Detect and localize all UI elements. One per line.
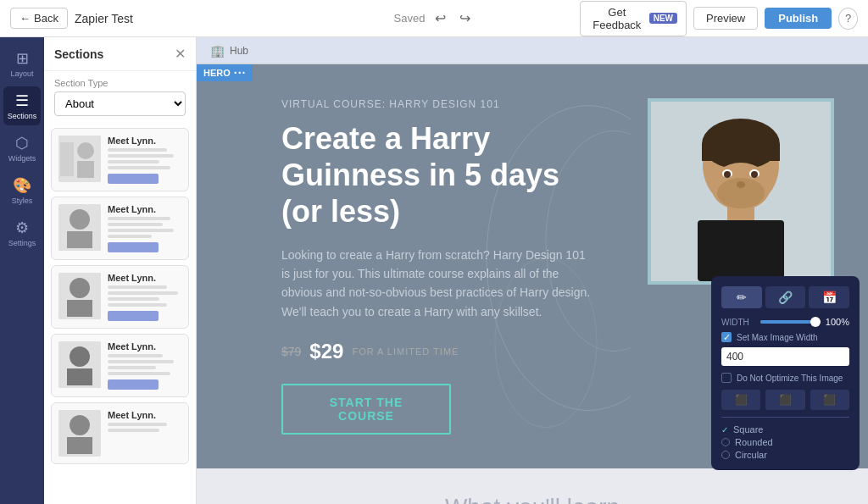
card-1-lines — [108, 148, 181, 170]
shape-rounded[interactable]: Rounded — [721, 437, 849, 447]
icon-sidebar: ⊞ Layout ☰ Sections ⬡ Widgets 🎨 Styles ⚙… — [0, 37, 44, 504]
nav-left: ← Back Zapier Test — [10, 8, 288, 29]
card-3-name: Meet Lynn. — [108, 273, 181, 283]
card-1-name: Meet Lynn. — [108, 136, 181, 146]
publish-button[interactable]: Publish — [765, 8, 832, 29]
hero-tag-dots: ··· — [234, 66, 247, 80]
section-card-4[interactable]: Meet Lynn. — [51, 334, 189, 397]
set-max-checkbox[interactable]: ✓ — [721, 332, 732, 342]
width-slider[interactable] — [760, 320, 821, 324]
breadcrumb-text: Hub — [230, 45, 248, 57]
section-card-5[interactable]: Meet Lynn. — [51, 402, 189, 464]
shape-square[interactable]: ✓ Square — [721, 424, 849, 435]
back-label: Back — [34, 12, 58, 25]
section-card-text-4: Meet Lynn. — [108, 341, 181, 390]
original-price: $79 — [281, 345, 301, 358]
hero-price: $79 $29 FOR A LIMITED TIME — [281, 340, 597, 363]
new-badge: NEW — [649, 13, 677, 24]
sidebar-item-layout[interactable]: ⊞ Layout — [3, 44, 41, 83]
hero-tag-label: HERO — [203, 68, 231, 78]
price-label: FOR A LIMITED TIME — [352, 346, 459, 357]
widgets-icon: ⬡ — [15, 134, 29, 152]
page-title: Zapier Test — [75, 12, 133, 25]
hero-section: HERO ··· VIRTUAL COURSE: HARRY DESIGN 10… — [197, 64, 868, 468]
align-left-icon[interactable]: ⬛ — [721, 390, 760, 410]
sidebar-item-sections[interactable]: ☰ Sections — [3, 86, 41, 125]
section-type-select[interactable]: About — [54, 91, 186, 116]
card-5-name: Meet Lynn. — [108, 410, 181, 420]
svg-point-5 — [70, 209, 90, 230]
svg-rect-23 — [702, 144, 780, 161]
sidebar-item-settings[interactable]: ⚙ Settings — [3, 213, 41, 252]
hero-right: ✏ 🔗 📅 WIDTH 100% ✓ Set M — [631, 64, 868, 468]
building-icon: 🏢 — [210, 44, 225, 58]
undo-button[interactable]: ↩ — [431, 8, 449, 28]
widget-tab-edit[interactable]: ✏ — [721, 286, 762, 308]
hero-description: Looking to create a Harry from scratch? … — [281, 246, 597, 322]
section-card-1[interactable]: Meet Lynn. — [51, 128, 189, 191]
styles-icon: 🎨 — [13, 176, 31, 195]
svg-rect-25 — [698, 220, 784, 281]
svg-rect-9 — [67, 300, 92, 317]
optimize-checkbox[interactable] — [721, 373, 732, 383]
image-widget-popup: ✏ 🔗 📅 WIDTH 100% ✓ Set M — [711, 276, 860, 470]
section-card-img-3 — [58, 273, 101, 319]
saved-status: Saved — [394, 12, 426, 25]
learn-title: What you'll learn — [445, 494, 620, 504]
sections-panel-title: Sections — [54, 47, 103, 61]
section-card-img-2 — [58, 204, 101, 251]
max-width-input[interactable] — [721, 347, 849, 366]
sidebar-item-styles[interactable]: 🎨 Styles — [3, 171, 41, 210]
svg-point-1 — [77, 142, 94, 159]
learn-section: What you'll learn — [197, 468, 868, 504]
settings-label: Settings — [8, 239, 36, 247]
svg-rect-12 — [67, 368, 92, 385]
layout-icon: ⊞ — [16, 49, 29, 68]
square-label: Square — [733, 424, 763, 435]
hero-image[interactable] — [648, 98, 834, 285]
nav-right: Get Feedback NEW Preview Publish ? — [580, 1, 858, 36]
sections-panel: Sections ✕ Section Type About Meet Lynn. — [44, 37, 197, 504]
circular-label: Circular — [735, 450, 767, 460]
section-card-text-2: Meet Lynn. — [108, 204, 181, 252]
section-card-3[interactable]: Meet Lynn. — [51, 265, 189, 329]
shape-circular[interactable]: Circular — [721, 450, 849, 460]
start-course-button[interactable]: START THE COURSE — [281, 384, 451, 435]
set-max-label: Set Max Image Width — [737, 333, 818, 342]
back-arrow-icon: ← — [19, 12, 31, 25]
sections-close-button[interactable]: ✕ — [175, 46, 186, 62]
align-right-icon[interactable]: ⬛ — [810, 390, 849, 410]
section-card-img-4 — [58, 341, 101, 388]
circular-radio[interactable] — [721, 451, 730, 459]
card-4-name: Meet Lynn. — [108, 341, 181, 352]
redo-button[interactable]: ↪ — [456, 8, 474, 28]
rounded-radio[interactable] — [721, 438, 730, 446]
section-card-img-1 — [58, 136, 101, 182]
align-center-icon[interactable]: ⬛ — [765, 390, 804, 410]
section-type-label: Section Type — [44, 71, 196, 91]
section-list: Meet Lynn. — [44, 123, 196, 504]
svg-rect-15 — [67, 437, 92, 454]
layout-label: Layout — [10, 69, 33, 78]
widget-divider — [721, 417, 849, 418]
styles-label: Styles — [12, 197, 33, 205]
width-row: WIDTH 100% — [721, 317, 849, 327]
svg-point-30 — [724, 171, 731, 178]
svg-rect-6 — [67, 231, 92, 248]
feedback-button[interactable]: Get Feedback NEW — [580, 1, 687, 36]
back-button[interactable]: ← Back — [10, 8, 68, 29]
help-button[interactable]: ? — [838, 8, 858, 30]
shape-options: ✓ Square Rounded Circular — [721, 424, 849, 460]
sidebar-item-widgets[interactable]: ⬡ Widgets — [3, 129, 41, 168]
svg-point-32 — [737, 181, 745, 188]
widget-tab-calendar[interactable]: 📅 — [809, 286, 849, 308]
section-card-2[interactable]: Meet Lynn. — [51, 197, 189, 260]
sale-price: $29 — [309, 340, 343, 363]
widgets-label: Widgets — [8, 154, 36, 163]
sections-label: Sections — [8, 112, 37, 120]
width-value: 100% — [826, 317, 849, 327]
hero-person-photo — [651, 102, 831, 281]
widget-tab-link[interactable]: 🔗 — [765, 286, 806, 308]
preview-button[interactable]: Preview — [693, 7, 758, 30]
breadcrumb-bar: 🏢 Hub — [197, 37, 868, 64]
